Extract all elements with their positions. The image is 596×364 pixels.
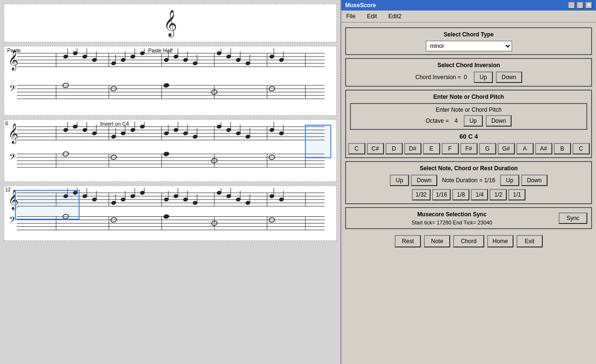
note-a-button[interactable]: A bbox=[516, 143, 534, 154]
note-b-button[interactable]: B bbox=[554, 143, 571, 154]
note-g-button[interactable]: G bbox=[479, 143, 496, 154]
pitch-display: 60 C 4 bbox=[350, 133, 587, 140]
note-pitch-title: Enter Note or Chord Pitch bbox=[350, 94, 587, 100]
panel-content: Select Chord Type minor major diminished… bbox=[341, 23, 596, 364]
treble-symbol: 𝄞 bbox=[164, 10, 177, 37]
minimize-button[interactable]: _ bbox=[568, 2, 575, 9]
note-c2-button[interactable]: C bbox=[573, 143, 590, 154]
paste-half-label: Paste Half bbox=[148, 47, 173, 53]
duration-1-1-button[interactable]: 1/1 bbox=[508, 189, 526, 200]
note-asharp-button[interactable]: A# bbox=[535, 143, 552, 154]
first-system: Paste Paste Half bbox=[4, 46, 337, 116]
octave-down-button[interactable]: Down bbox=[486, 115, 512, 127]
measure-number-12: 12 bbox=[5, 187, 11, 192]
duration-title: Select Note, Chord or Rest Duration bbox=[350, 165, 587, 172]
maximize-button[interactable]: □ bbox=[577, 2, 584, 9]
note-dsharp-button[interactable]: D# bbox=[404, 143, 421, 154]
note-fsharp-button[interactable]: F# bbox=[460, 143, 478, 154]
note-duration-label: Note Duration = 1/16 bbox=[442, 177, 495, 184]
note-buttons-row: C C# D D# E F F# G G# A A# B C bbox=[350, 143, 587, 154]
note-e-button[interactable]: E bbox=[423, 143, 440, 154]
title-bar: MuseScore _ □ ✕ bbox=[341, 0, 596, 11]
inversion-row: Chord Inversion = 0 Up Down bbox=[350, 71, 587, 83]
app-title: MuseScore bbox=[345, 2, 376, 9]
paste-label: Paste bbox=[7, 47, 21, 53]
third-system: 12 bbox=[4, 186, 337, 241]
duration-1-32-button[interactable]: 1/32 bbox=[412, 189, 431, 200]
note-d-button[interactable]: D bbox=[386, 143, 403, 154]
menu-edit2[interactable]: Edit2 bbox=[386, 12, 403, 21]
sheet-music-panel: 𝄞 Paste Paste Half 6 Invert on C4 12 bbox=[0, 0, 340, 364]
chord-type-section: Select Chord Type minor major diminished… bbox=[345, 27, 592, 55]
note-f-button[interactable]: F bbox=[442, 143, 459, 154]
duration-1-2-button[interactable]: 1/2 bbox=[490, 189, 507, 200]
sync-section: Musecore Selection Sync Start tick= 1728… bbox=[345, 207, 592, 229]
action-buttons: Rest Note Chord Home Exit bbox=[345, 232, 592, 250]
control-panel: MuseScore _ □ ✕ File Edit Edit2 Select C… bbox=[340, 0, 596, 364]
duration-buttons-row: 1/32 1/16 1/8 1/4 1/2 1/1 bbox=[350, 189, 587, 200]
duration-1-8-button[interactable]: 1/8 bbox=[452, 189, 469, 200]
staff-canvas-1 bbox=[8, 48, 328, 111]
duration-down-button[interactable]: Down bbox=[411, 175, 437, 186]
inversion-up-button[interactable]: Up bbox=[474, 71, 493, 83]
chord-inversion-value: 0 bbox=[464, 74, 467, 81]
inversion-down-button[interactable]: Down bbox=[496, 71, 522, 83]
home-button[interactable]: Home bbox=[487, 235, 514, 247]
note-pitch-section: Enter Note or Chord Pitch Enter Note or … bbox=[345, 90, 592, 158]
chord-type-dropdown[interactable]: minor major diminished augmented dominan… bbox=[426, 41, 512, 51]
duration-1-4-button[interactable]: 1/4 bbox=[471, 189, 488, 200]
invert-label: Invert on C4 bbox=[100, 121, 129, 127]
octave-label: Octave = bbox=[426, 117, 449, 124]
note-gsharp-button[interactable]: G# bbox=[498, 143, 515, 154]
note-c-button[interactable]: C bbox=[348, 143, 365, 154]
chord-inversion-section: Select Chord Inversion Chord Inversion =… bbox=[345, 58, 592, 87]
duration-up-button[interactable]: Up bbox=[390, 175, 409, 186]
rest-button[interactable]: Rest bbox=[395, 235, 421, 247]
sync-button[interactable]: Sync bbox=[559, 212, 587, 224]
title-bar-controls: _ □ ✕ bbox=[568, 2, 592, 9]
chord-inversion-title: Select Chord Inversion bbox=[350, 62, 587, 69]
sync-info: Start tick= 17280 End Tick= 23040 bbox=[411, 220, 492, 225]
menu-edit[interactable]: Edit bbox=[365, 12, 379, 21]
duration-1-16-button[interactable]: 1/16 bbox=[432, 189, 451, 200]
chord-type-title: Select Chord Type bbox=[350, 31, 587, 38]
second-system: 6 Invert on C4 bbox=[4, 119, 337, 182]
top-symbol-area: 𝄞 bbox=[4, 4, 337, 42]
close-button[interactable]: ✕ bbox=[585, 2, 592, 9]
chord-button[interactable]: Chord bbox=[453, 235, 484, 247]
enter-note-label: Enter Note or Chord Pitch bbox=[353, 106, 584, 113]
octave-row: Octave = 4 Up Down bbox=[353, 115, 584, 127]
duration-up2-button[interactable]: Up bbox=[500, 175, 519, 186]
octave-value: 4 bbox=[455, 117, 458, 124]
duration-row: Up Down Note Duration = 1/16 Up Down bbox=[350, 175, 587, 186]
blue-selection-box-2 bbox=[15, 190, 80, 220]
note-button[interactable]: Note bbox=[424, 235, 450, 247]
duration-down2-button[interactable]: Down bbox=[521, 175, 548, 186]
duration-section: Select Note, Chord or Rest Duration Up D… bbox=[345, 161, 592, 204]
exit-button[interactable]: Exit bbox=[516, 235, 543, 247]
octave-up-button[interactable]: Up bbox=[464, 115, 483, 127]
chord-inversion-label: Chord Inversion = bbox=[415, 74, 461, 81]
blue-selection-box bbox=[305, 125, 331, 158]
menu-file[interactable]: File bbox=[344, 12, 357, 21]
measure-number-6: 6 bbox=[5, 121, 8, 126]
note-csharp-button[interactable]: C# bbox=[367, 143, 384, 154]
staff-canvas-2 bbox=[8, 122, 328, 175]
sync-title: Musecore Selection Sync bbox=[417, 211, 487, 218]
menu-bar: File Edit Edit2 bbox=[341, 11, 596, 23]
